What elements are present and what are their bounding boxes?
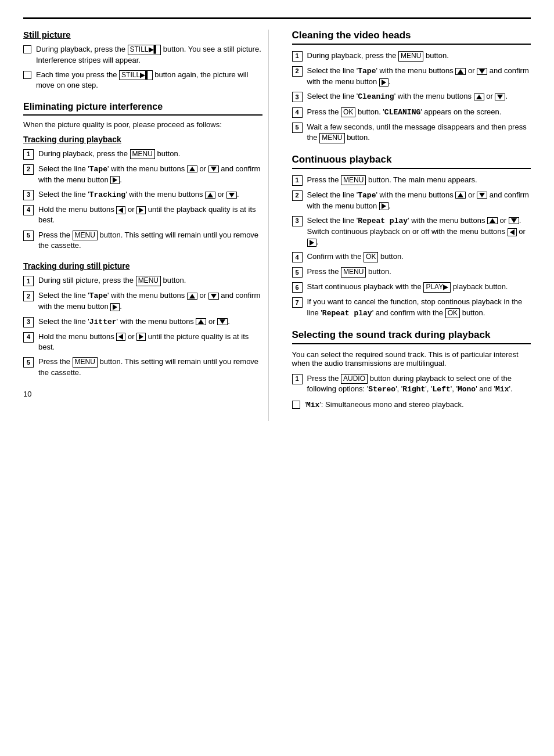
ts-step-1: 1 During still picture, press the MENU b… <box>23 275 262 286</box>
cp-step-num-5: 5 <box>292 267 303 278</box>
st-step-num-1: 1 <box>292 374 303 384</box>
cl-step-num-4: 4 <box>292 107 303 118</box>
still-button: STILL▶▌ <box>128 45 161 55</box>
triangle-down-cp2 <box>479 193 485 197</box>
triangle-right-icon-3 <box>113 304 117 310</box>
ts-step-1-text: During still picture, press the MENU but… <box>38 275 262 286</box>
menu-button-cp5: MENU <box>341 267 366 278</box>
tp-step-5-text: Press the MENU button. This setting will… <box>38 230 262 251</box>
cp-step-1: 1 Press the MENU button. The main menu a… <box>292 175 531 186</box>
menu-button-4: MENU <box>73 357 98 368</box>
tp-step-3-text: Select the line 'Tracking' with the menu… <box>38 189 262 200</box>
triangle-down-cp3 <box>511 218 517 223</box>
tp-step-num-1: 1 <box>23 149 34 160</box>
down-arrow-2 <box>226 192 237 199</box>
top-rule <box>23 17 531 19</box>
eliminating-intro: When the picture quality is poor, please… <box>23 120 262 129</box>
cl-step-5: 5 Wait a few seconds, until the message … <box>292 122 531 143</box>
sound-track-steps: 1 Press the AUDIO button during playback… <box>292 373 531 411</box>
up-cp2 <box>455 192 466 199</box>
ts-step-num-1: 1 <box>23 276 34 286</box>
menu-button-cl1: MENU <box>398 51 423 62</box>
still-button-2: STILL▶▌ <box>119 70 153 81</box>
left-column: Still picture During playback, press the… <box>23 30 269 421</box>
cleaning-section: Cleaning the video heads 1 During playba… <box>292 30 531 143</box>
triangle-left-icon-2 <box>118 334 123 340</box>
st-step-cb: 'Mix': Simultaneous mono and stereo play… <box>292 399 531 411</box>
tp-step-1: 1 During playback, press the MENU button… <box>23 149 262 160</box>
down-arrow-3 <box>208 293 219 300</box>
tp-step-4: 4 Hold the menu buttons or until the pla… <box>23 204 262 225</box>
page-number: 10 <box>23 390 262 398</box>
st-step-cb-text: 'Mix': Simultaneous mono and stereo play… <box>305 399 531 411</box>
triangle-down-icon <box>211 167 217 171</box>
eliminating-title: Eliminating picture interference <box>23 102 262 116</box>
eliminating-section: Eliminating picture interference When th… <box>23 102 262 378</box>
left-arrow <box>116 206 125 214</box>
up-arrow-2 <box>205 192 215 199</box>
triangle-left-cp3 <box>510 229 515 235</box>
up-arrow-4 <box>196 318 206 325</box>
triangle-right-cp3 <box>310 240 314 246</box>
triangle-left-icon <box>118 207 123 213</box>
up-cp3 <box>487 217 498 224</box>
down-cp3 <box>509 217 519 224</box>
cp-step-num-1: 1 <box>292 175 303 186</box>
ok-button-cp4: OK <box>364 252 378 262</box>
down-cl3 <box>495 93 505 100</box>
tracking-playback-steps: 1 During playback, press the MENU button… <box>23 149 262 251</box>
cp-step-6-text: Start continuous playback with the PLAY▶… <box>307 282 531 293</box>
still-step-1: During playback, press the STILL▶▌ butto… <box>23 44 262 66</box>
right-arrow-4 <box>136 333 146 341</box>
cp-step-7: 7 If you want to cancel the function, st… <box>292 297 531 318</box>
ts-step-4: 4 Hold the menu buttons or until the pic… <box>23 332 262 352</box>
triangle-up-icon-3 <box>189 294 195 298</box>
tracking-still-section: Tracking during still picture 1 During s… <box>23 261 262 378</box>
tp-step-5: 5 Press the MENU button. This setting wi… <box>23 230 262 251</box>
still-step-2: Each time you press the STILL▶▌ button a… <box>23 70 262 91</box>
down-arrow <box>208 165 219 172</box>
cp-step-1-text: Press the MENU button. The main menu app… <box>307 175 531 186</box>
ts-step-3: 3 Select the line 'Jitter' with the menu… <box>23 316 262 327</box>
right-cp3 <box>307 239 316 247</box>
cl-step-3: 3 Select the line 'Cleaning' with the me… <box>292 91 531 102</box>
up-arrow-3 <box>187 293 197 300</box>
right-column: Cleaning the video heads 1 During playba… <box>286 30 531 421</box>
menu-button: MENU <box>130 149 155 160</box>
st-step-1-text: Press the AUDIO button during playback t… <box>307 373 531 395</box>
sound-track-section: Selecting the sound track during playbac… <box>292 329 531 411</box>
cp-step-num-6: 6 <box>292 282 303 293</box>
triangle-down-cl2 <box>479 69 485 74</box>
cl-step-3-text: Select the line 'Cleaning' with the menu… <box>307 91 531 102</box>
still-picture-title: Still picture <box>23 30 262 39</box>
cl-step-4-text: Press the OK button. 'CLEANING' appears … <box>307 107 531 118</box>
cp-step-5-text: Press the MENU button. <box>307 267 531 278</box>
tp-step-num-2: 2 <box>23 164 34 175</box>
cleaning-title: Cleaning the video heads <box>292 30 531 45</box>
right-arrow-2 <box>136 206 146 214</box>
cl-step-1-text: During playback, press the MENU button. <box>307 51 531 62</box>
ok-button-cl4: OK <box>341 107 355 118</box>
tp-step-2: 2 Select the line 'Tape' with the menu b… <box>23 164 262 185</box>
tracking-playback-title: Tracking during playback <box>23 135 262 144</box>
cp-step-2-text: Select the line 'Tape' with the menu but… <box>307 190 531 211</box>
still-picture-steps: During playback, press the STILL▶▌ butto… <box>23 44 262 91</box>
triangle-up-cl2 <box>458 69 463 74</box>
ts-step-num-5: 5 <box>23 357 34 368</box>
ok-button-cp7: OK <box>445 308 460 319</box>
down-arrow-4 <box>217 318 228 325</box>
triangle-right-icon <box>113 177 117 183</box>
triangle-right-icon-2 <box>139 207 143 213</box>
up-cl3 <box>474 93 484 100</box>
down-cl2 <box>477 68 487 75</box>
checkbox-1 <box>23 45 31 53</box>
triangle-up-icon-4 <box>198 319 204 324</box>
ts-step-3-text: Select the line 'Jitter' with the menu b… <box>38 316 262 327</box>
cp-step-6: 6 Start continuous playback with the PLA… <box>292 282 531 293</box>
cp-step-num-2: 2 <box>292 190 303 201</box>
tracking-still-title: Tracking during still picture <box>23 261 262 271</box>
ts-step-num-2: 2 <box>23 291 34 301</box>
left-arrow-2 <box>116 333 125 341</box>
right-cl2 <box>379 78 388 87</box>
triangle-right-icon-4 <box>139 334 143 340</box>
